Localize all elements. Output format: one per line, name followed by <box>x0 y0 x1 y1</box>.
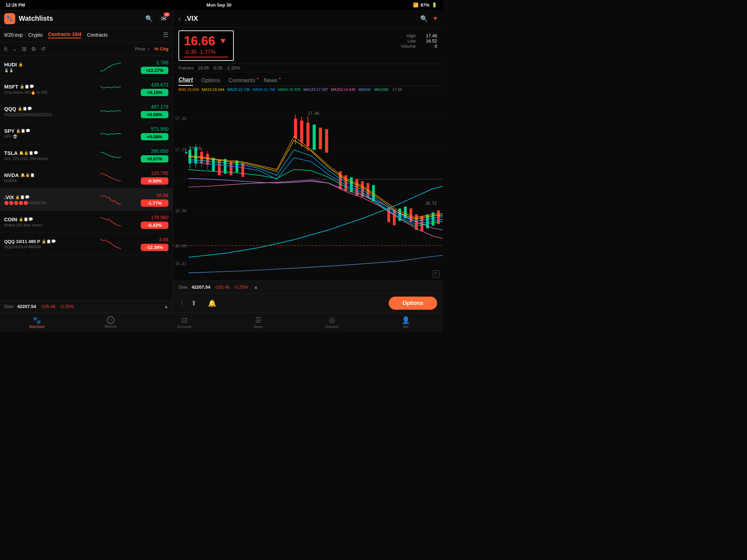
stock-desc: 🔴🔴🔴🔴🔴VIXVIXVIX <box>4 201 73 205</box>
back-button[interactable]: ‹ <box>178 15 181 22</box>
tab-exp[interactable]: 9/20:exp <box>4 32 23 38</box>
tab-discover[interactable]: ◎ Discover <box>295 316 369 329</box>
search-button-right[interactable]: 🔍 <box>420 15 428 22</box>
tab-menu-icon[interactable]: ☰ <box>163 31 168 39</box>
stock-row[interactable]: NVDA 🔔🔒📋 NVIDIA 120.795 -0.50% <box>0 167 173 189</box>
price-main: 16.66 🔻 <box>184 34 228 48</box>
battery-level: 87% <box>421 2 430 8</box>
stock-price-section: 3.68 -12.38% <box>127 237 168 251</box>
settings-icon[interactable]: ⚙ <box>31 46 36 52</box>
svg-text:16.98: 16.98 <box>175 208 186 214</box>
price-chart: 17.46 17.29 16.98 16.69 16.41 16.52 17.4… <box>173 93 443 281</box>
stock-price: 428.672 <box>151 82 168 87</box>
options-button[interactable]: Options <box>389 297 437 310</box>
stock-change-badge: +22.17% <box>141 67 168 74</box>
price-stats-container: High 17.46 Low 16.52 Volume 0 <box>401 33 437 49</box>
stock-sparkline <box>99 171 123 184</box>
tab-watchlists[interactable]: 🐾 Watchlists <box>0 316 74 329</box>
stock-row[interactable]: QQQ 10/11 480 P 🔒📋💬 QQQ241011P480000 3.6… <box>0 233 173 255</box>
stock-symbol: TSLA <box>4 150 18 156</box>
tab-options[interactable]: Options <box>201 77 220 86</box>
stock-desc: QQQ241011P480000 <box>4 245 73 249</box>
expand-icon-right[interactable]: ▲ <box>254 284 258 290</box>
chart-area[interactable]: 17.46 17.29 16.98 16.69 16.41 16.52 17.4… <box>173 93 443 281</box>
stock-info: MSFT 🔒📋💬 Drop below 461🔥 to 450 <box>4 84 94 95</box>
svg-rect-19 <box>194 147 197 164</box>
header-icons: 🔍 ✉ 33 <box>144 14 168 24</box>
stock-symbol: QQQ 10/11 480 P <box>4 239 40 244</box>
tab-me[interactable]: 👤 Me <box>369 316 443 329</box>
tab-news[interactable]: ☰ News <box>221 316 295 329</box>
stock-price: 178.960 <box>151 215 168 220</box>
tab-crypto[interactable]: Crypto <box>28 32 43 38</box>
futures-pct: -1.35% <box>226 65 240 71</box>
stock-sparkline <box>99 127 123 140</box>
ticker-pct-change: -0.25% <box>59 304 74 309</box>
search-button[interactable]: 🔍 <box>144 14 154 24</box>
stock-row[interactable]: SPY 🔒📋💬 SPY 👽 571.950 +0.08% <box>0 122 173 144</box>
right-tab-bar: ⋮ ⬆ 🔔 Options <box>173 293 443 312</box>
more-options-icon[interactable]: ⋮ <box>178 299 185 307</box>
tab-comments[interactable]: Comments ● <box>229 77 255 86</box>
right-bottom-bar: Dow 42207.54 -105.46 -0.25% ▲ <box>173 281 443 293</box>
toolbar-sort[interactable]: Price ↕ <box>135 46 149 52</box>
ticker-change: -105.46 <box>40 304 55 309</box>
watchlists-tab-label: Watchlists <box>29 325 45 329</box>
tab-accounts[interactable]: ⊡ Accounts <box>148 316 221 329</box>
stock-row[interactable]: MSFT 🔒📋💬 Drop below 461🔥 to 450 428.672 … <box>0 78 173 100</box>
right-header-icons: 🔍 ♥ <box>420 15 437 22</box>
ma-10: MA10:16.644 <box>202 87 224 92</box>
stock-info: .VIX 🔒📋💬 🔴🔴🔴🔴🔴VIXVIXVIX <box>4 194 94 205</box>
stock-symbol: QQQ <box>4 106 16 112</box>
sort-icon[interactable]: ⌄ <box>12 46 17 52</box>
futures-label: Futures <box>178 65 194 71</box>
stock-desc: Retest 205 then down? <box>4 223 73 227</box>
favorite-button[interactable]: ♥ <box>433 15 437 22</box>
accounts-tab-label: Accounts <box>177 325 192 329</box>
stock-icons: 🔒 <box>18 62 23 67</box>
ma-indicators: MA5:16.648 MA10:16.644 MA20:16.739 MA30:… <box>173 86 443 93</box>
watchlists-tab-icon: 🐾 <box>33 316 41 324</box>
volume-row: Volume 0 <box>401 44 437 49</box>
stock-row[interactable]: TSLA 🔔🔒📋💬 219, 225 (210, 200 below) 260.… <box>0 144 173 167</box>
ma-1000: MA1000: <box>374 87 389 92</box>
stock-icons: 🔒📋💬 <box>20 84 34 89</box>
stock-symbol: SPY <box>4 128 15 134</box>
battery-icon: 🔋 <box>432 2 437 8</box>
stock-symbol: NVDA <box>4 172 19 178</box>
tab-news[interactable]: News ● <box>264 77 277 86</box>
bell-icon[interactable]: 🔔 <box>208 299 216 307</box>
stock-info: HUDI 🔒 🏅🏅 <box>4 62 94 73</box>
grid-icon[interactable]: ⊞ <box>22 46 26 52</box>
stock-row[interactable]: HUDI 🔒 🏅🏅 2.785 +22.17% <box>0 56 173 78</box>
stock-desc: Drop below 461🔥 to 450 <box>4 90 73 95</box>
stock-info: QQQ 🔒📋💬 QQQQQQQQQQQQQQQQ... <box>4 106 94 116</box>
stock-sparkline <box>99 194 123 206</box>
left-panel: 🐾 Watchlists 🔍 ✉ 33 9/20:exp Crypto Cont… <box>0 10 173 312</box>
stock-icons: 🔔🔒📋💬 <box>19 151 38 155</box>
stock-change-badge: -12.38% <box>141 244 168 251</box>
svg-rect-44 <box>319 128 322 149</box>
stock-price: 2.785 <box>156 60 168 65</box>
svg-text:17.29: 17.29 <box>175 147 186 152</box>
markets-tab-label: Markets <box>104 325 117 328</box>
tab-markets[interactable]: ○ Markets <box>74 316 147 328</box>
stock-price-section: 260.650 +0.07% <box>127 148 168 162</box>
tab-contracts-active[interactable]: Contracts 10/4 <box>48 31 81 38</box>
news-tab-icon: ☰ <box>255 316 261 324</box>
ma-50: MA50:16.935 <box>278 87 301 92</box>
expand-icon[interactable]: ▲ <box>164 304 168 309</box>
stock-sparkline <box>99 61 123 73</box>
stock-row-vix[interactable]: .VIX 🔒📋💬 🔴🔴🔴🔴🔴VIXVIXVIX 16.66 -1.77% <box>0 189 173 211</box>
mail-button[interactable]: ✉ 33 <box>159 14 168 24</box>
stock-row[interactable]: COIN 🔒📋💬 Retest 205 then down? 178.960 -… <box>0 211 173 233</box>
stock-row[interactable]: QQQ 🔒📋💬 QQQQQQQQQQQQQQQQ... 487.179 +0.0… <box>0 100 173 122</box>
stock-icons: 🔔🔒📋 <box>20 173 35 177</box>
copy-icon[interactable]: ⎘ <box>4 46 8 52</box>
mail-badge: 33 <box>164 12 170 17</box>
stock-desc: SPY 👽 <box>4 134 73 139</box>
tab-chart[interactable]: Chart <box>178 77 193 86</box>
tab-contracts[interactable]: Contracts <box>87 32 108 38</box>
share-icon[interactable]: ⬆ <box>191 299 197 307</box>
undo-icon[interactable]: ↺ <box>41 46 45 52</box>
